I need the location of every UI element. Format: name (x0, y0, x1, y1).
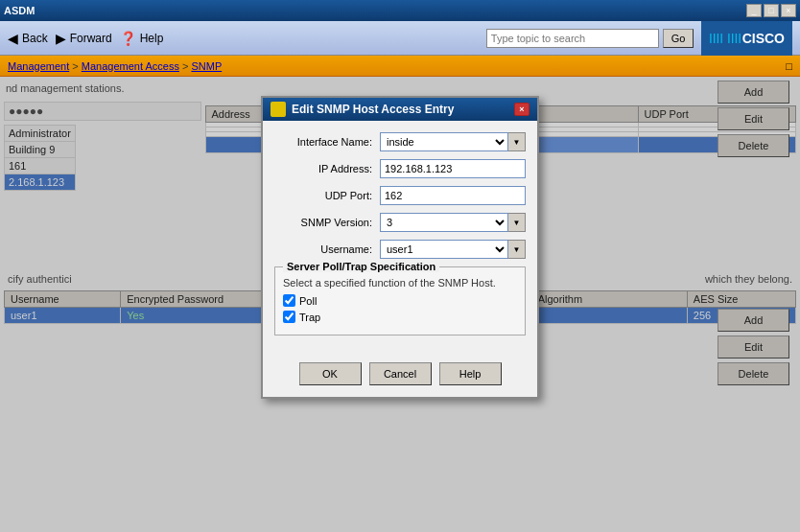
interface-name-select-wrapper: inside ▼ (380, 132, 526, 151)
maximize-button[interactable]: □ (764, 4, 779, 17)
trap-label: Trap (299, 312, 320, 323)
username-row: Username: user1 ▼ (274, 240, 526, 259)
poll-label: Poll (299, 295, 317, 307)
breadcrumb-management[interactable]: Management (8, 60, 69, 72)
dialog-buttons: OK Cancel Help (263, 355, 537, 397)
poll-trap-desc: Select a specified function of the SNMP … (283, 277, 517, 289)
dialog-close-button[interactable]: × (514, 103, 529, 116)
dialog-content: Interface Name: inside ▼ IP Address: UD (263, 121, 537, 355)
toolbar: ◀ Back ▶ Forward ❓ Help Go |||| |||| CIS… (0, 21, 800, 56)
snmp-version-select[interactable]: 3 (380, 213, 508, 232)
interface-name-select[interactable]: inside (380, 132, 508, 151)
cisco-logo: |||| |||| CISCO (701, 21, 792, 56)
breadcrumb-restore[interactable]: □ (786, 60, 792, 72)
udp-port-label: UDP Port: (274, 190, 380, 201)
interface-name-label: Interface Name: (274, 136, 380, 148)
dialog-title-text: Edit SNMP Host Access Entry (292, 103, 454, 116)
go-button[interactable]: Go (663, 29, 694, 48)
dialog-icon (271, 102, 286, 117)
modal-overlay: Edit SNMP Host Access Entry × Interface … (0, 77, 800, 532)
breadcrumb-access[interactable]: Management Access (82, 60, 179, 72)
dialog-title-bar: Edit SNMP Host Access Entry × (263, 98, 537, 121)
interface-name-arrow[interactable]: ▼ (508, 132, 526, 151)
snmp-version-label: SNMP Version: (274, 217, 380, 228)
interface-name-row: Interface Name: inside ▼ (274, 132, 526, 151)
snmp-version-select-wrapper: 3 ▼ (380, 213, 526, 232)
dialog-help-button[interactable]: Help (439, 362, 502, 385)
help-button[interactable]: ❓ Help (120, 31, 164, 46)
forward-button[interactable]: ▶ Forward (56, 31, 112, 46)
udp-port-row: UDP Port: (274, 186, 526, 205)
edit-snmp-dialog: Edit SNMP Host Access Entry × Interface … (261, 96, 539, 399)
app-title: ASDM (4, 5, 35, 16)
snmp-version-row: SNMP Version: 3 ▼ (274, 213, 526, 232)
title-bar: ASDM _ □ × (0, 0, 800, 21)
udp-port-input[interactable] (380, 186, 526, 205)
breadcrumb-sep2: > (182, 60, 191, 72)
back-icon: ◀ (8, 31, 18, 46)
minimize-button[interactable]: _ (746, 4, 762, 17)
username-arrow[interactable]: ▼ (508, 240, 526, 259)
snmp-version-arrow[interactable]: ▼ (508, 213, 526, 232)
trap-checkbox-row: Trap (283, 311, 517, 323)
main-area: nd management stations. ●●●●● Administra… (0, 77, 800, 532)
username-label: Username: (274, 243, 380, 255)
poll-checkbox-row: Poll (283, 294, 517, 307)
ip-address-row: IP Address: (274, 159, 526, 178)
cancel-button[interactable]: Cancel (369, 362, 432, 385)
poll-trap-group: Server Poll/Trap Specification Select a … (274, 266, 526, 335)
ok-button[interactable]: OK (299, 362, 362, 385)
search-input[interactable] (486, 29, 659, 48)
ip-address-input[interactable] (380, 159, 526, 178)
breadcrumb: Management > Management Access > SNMP □ (0, 56, 800, 77)
poll-checkbox[interactable] (283, 294, 295, 307)
ip-address-label: IP Address: (274, 163, 380, 174)
back-button[interactable]: ◀ Back (8, 31, 48, 46)
close-button[interactable]: × (781, 4, 796, 17)
trap-checkbox[interactable] (283, 311, 295, 323)
search-box: Go (486, 29, 694, 48)
breadcrumb-sep1: > (72, 60, 81, 72)
help-icon: ❓ (120, 31, 136, 46)
username-select[interactable]: user1 (380, 240, 508, 259)
username-select-wrapper: user1 ▼ (380, 240, 526, 259)
poll-trap-legend: Server Poll/Trap Specification (283, 261, 439, 272)
breadcrumb-snmp[interactable]: SNMP (191, 60, 222, 72)
window-controls[interactable]: _ □ × (746, 4, 796, 17)
forward-icon: ▶ (56, 31, 66, 46)
